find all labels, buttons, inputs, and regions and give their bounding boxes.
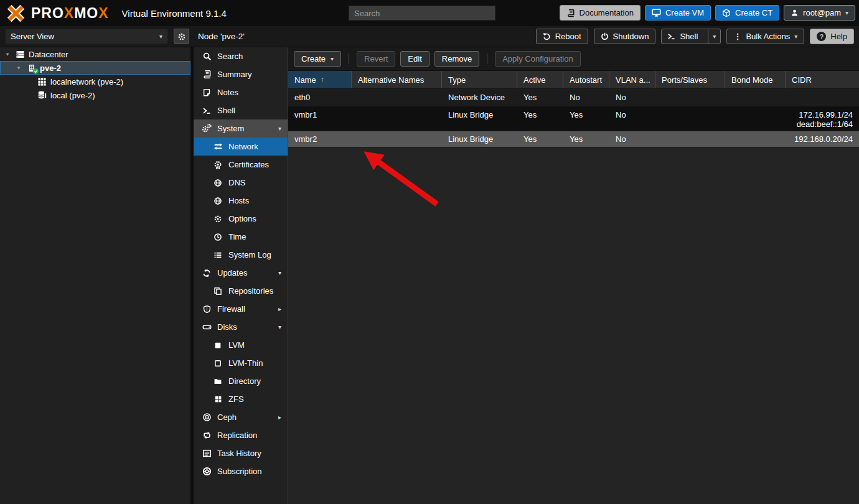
menu-item-dns[interactable]: DNS bbox=[194, 174, 288, 192]
remove-button[interactable]: Remove bbox=[434, 51, 479, 67]
reboot-icon bbox=[543, 32, 551, 40]
chevron-down-icon: ▾ bbox=[794, 34, 797, 40]
grid-icon bbox=[213, 394, 223, 404]
create-button[interactable]: Create▾ bbox=[294, 51, 341, 67]
column-header-name[interactable]: Name↑ bbox=[288, 71, 352, 88]
tree-item-datacenter[interactable]: ▾ Datacenter bbox=[0, 47, 190, 61]
column-header-vlan-aware[interactable]: VLAN a... bbox=[609, 71, 655, 88]
list-icon bbox=[213, 250, 223, 260]
square-filled-icon bbox=[213, 340, 223, 350]
tree-item-pve-2[interactable]: ▾ pve-2 bbox=[0, 61, 190, 75]
datacenter-icon bbox=[15, 49, 26, 59]
menu-item-zfs[interactable]: ZFS bbox=[194, 390, 288, 408]
note-icon bbox=[202, 88, 212, 98]
network-toolbar: Create▾ Revert Edit Remove Apply Configu… bbox=[288, 47, 859, 71]
gear-icon bbox=[177, 32, 186, 41]
menu-item-replication[interactable]: Replication bbox=[194, 426, 288, 444]
menu-item-task-history[interactable]: Task History bbox=[194, 444, 288, 462]
menu-item-summary[interactable]: Summary bbox=[194, 65, 288, 83]
edit-button[interactable]: Edit bbox=[400, 51, 429, 67]
menu-item-subscription[interactable]: Subscription bbox=[194, 462, 288, 480]
power-icon bbox=[601, 32, 609, 40]
table-row-eth0[interactable]: eth0 Network Device Yes No No bbox=[288, 89, 859, 106]
node-toolbar: Server View ▾ Node 'pve-2' Reboot Shutdo… bbox=[0, 26, 859, 47]
shell-dropdown-button[interactable]: ▾ bbox=[708, 29, 720, 44]
page-title: Node 'pve-2' bbox=[198, 26, 245, 47]
chevron-down-icon: ▾ bbox=[278, 125, 281, 132]
shutdown-button[interactable]: Shutdown bbox=[594, 29, 656, 44]
tasks-icon bbox=[202, 449, 212, 459]
menu-item-lvm-thin[interactable]: LVM-Thin bbox=[194, 354, 288, 372]
cidr-value: 192.168.0.20/24 bbox=[792, 134, 853, 144]
menu-item-lvm[interactable]: LVM bbox=[194, 336, 288, 354]
menu-item-repositories[interactable]: Repositories bbox=[194, 282, 288, 300]
menu-group-updates[interactable]: Updates▾ bbox=[194, 264, 288, 282]
menu-item-hosts[interactable]: Hosts bbox=[194, 192, 288, 210]
column-header-alternative-names[interactable]: Alternative Names bbox=[352, 71, 442, 88]
chevron-right-icon: ▸ bbox=[278, 414, 281, 421]
proxmox-x-logo-icon bbox=[6, 4, 26, 23]
square-outline-icon bbox=[213, 358, 223, 368]
chevron-down-icon[interactable]: ▾ bbox=[3, 51, 12, 57]
create-vm-button[interactable]: Create VM bbox=[645, 5, 711, 21]
cube-icon bbox=[722, 9, 731, 17]
ceph-icon bbox=[202, 413, 212, 422]
menu-item-certificates[interactable]: Certificates bbox=[194, 156, 288, 174]
menu-group-ceph[interactable]: Ceph▸ bbox=[194, 408, 288, 426]
documentation-button[interactable]: Documentation bbox=[560, 5, 641, 21]
column-header-cidr[interactable]: CIDR bbox=[786, 71, 859, 88]
chevron-right-icon: ▸ bbox=[278, 306, 281, 312]
view-settings-button[interactable] bbox=[174, 29, 189, 44]
menu-group-firewall[interactable]: Firewall▸ bbox=[194, 300, 288, 318]
node-online-icon bbox=[26, 63, 37, 73]
menu-item-network[interactable]: Network bbox=[194, 138, 288, 156]
menu-item-notes[interactable]: Notes bbox=[194, 83, 288, 101]
globe-icon bbox=[213, 178, 223, 188]
menu-group-disks[interactable]: Disks▾ bbox=[194, 318, 288, 336]
table-row-vmbr1[interactable]: vmbr1 Linux Bridge Yes Yes No 172.16.99.… bbox=[288, 106, 859, 131]
ellipsis-vertical-icon: ⋮ bbox=[733, 32, 741, 41]
status-online-badge bbox=[33, 68, 39, 74]
column-header-type[interactable]: Type bbox=[442, 71, 517, 88]
top-header: PROXMOX Virtual Environment 9.1.4 Docume… bbox=[0, 0, 859, 26]
menu-item-search[interactable]: Search bbox=[194, 47, 288, 65]
network-panel: Create▾ Revert Edit Remove Apply Configu… bbox=[288, 47, 859, 504]
table-row-vmbr2[interactable]: vmbr2 Linux Bridge Yes Yes No 192.168.0.… bbox=[288, 131, 859, 147]
bulk-actions-button[interactable]: ⋮ Bulk Actions ▾ bbox=[726, 29, 804, 44]
globe-icon bbox=[213, 196, 223, 206]
chevron-down-icon: ▾ bbox=[278, 324, 281, 330]
shell-split-button[interactable]: Shell ▾ bbox=[661, 29, 721, 44]
column-header-bond-mode[interactable]: Bond Mode bbox=[725, 71, 786, 88]
revert-button[interactable]: Revert bbox=[357, 51, 395, 67]
gears-icon bbox=[202, 124, 212, 134]
menu-item-options[interactable]: Options bbox=[194, 210, 288, 228]
menu-item-shell[interactable]: Shell bbox=[194, 101, 288, 119]
chevron-down-icon[interactable]: ▾ bbox=[14, 65, 23, 71]
user-menu-button[interactable]: root@pam ▾ bbox=[784, 5, 855, 21]
menu-item-time[interactable]: Time bbox=[194, 228, 288, 246]
toolbar-separator bbox=[349, 54, 349, 64]
apply-configuration-button[interactable]: Apply Configuration bbox=[495, 51, 580, 67]
tree-item-local-storage[interactable]: local (pve-2) bbox=[0, 88, 190, 102]
proxmox-app: PROXMOX Virtual Environment 9.1.4 Docume… bbox=[0, 0, 859, 504]
proxmox-logo: PROXMOX Virtual Environment 9.1.4 bbox=[0, 4, 227, 23]
column-header-active[interactable]: Active bbox=[517, 71, 563, 88]
resource-tree: ▾ Datacenter ▾ pve-2 localnetwork (pve-2… bbox=[0, 47, 190, 504]
chevron-down-icon: ▾ bbox=[278, 269, 281, 276]
product-version-label: Virtual Environment 9.1.4 bbox=[122, 8, 227, 19]
create-ct-button[interactable]: Create CT bbox=[715, 5, 779, 21]
column-header-autostart[interactable]: Autostart bbox=[563, 71, 609, 88]
menu-group-system[interactable]: System▾ bbox=[194, 119, 288, 138]
column-header-ports-slaves[interactable]: Ports/Slaves bbox=[655, 71, 725, 88]
tree-item-localnetwork[interactable]: localnetwork (pve-2) bbox=[0, 75, 190, 88]
menu-item-directory[interactable]: Directory bbox=[194, 372, 288, 390]
global-search-input[interactable] bbox=[349, 6, 495, 21]
reboot-button[interactable]: Reboot bbox=[536, 29, 588, 44]
certificate-icon bbox=[213, 160, 223, 170]
menu-item-system-log[interactable]: System Log bbox=[194, 246, 288, 264]
help-button[interactable]: ? Help bbox=[810, 29, 854, 44]
view-selector-value: Server View bbox=[11, 32, 54, 41]
terminal-icon bbox=[667, 32, 675, 40]
view-selector[interactable]: Server View ▾ bbox=[5, 29, 168, 44]
terminal-icon bbox=[202, 106, 212, 116]
